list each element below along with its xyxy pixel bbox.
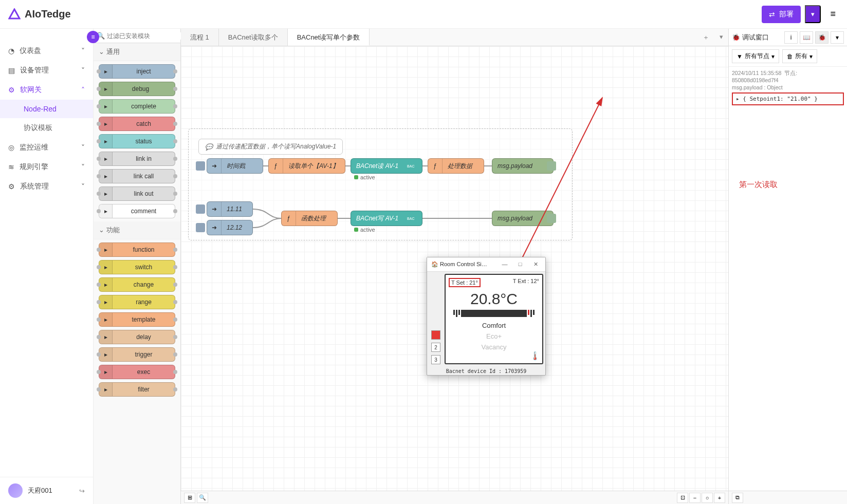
palette-category[interactable]: 通用 [94,43,180,61]
sim-button-3[interactable]: 3 [431,355,440,364]
sidebar-sub-协议模板[interactable]: 协议模板 [0,118,93,138]
more-tab-button[interactable]: ▾ [831,31,844,44]
chevron-icon: ˅ [81,163,85,171]
palette-node-template[interactable]: ▸template [99,312,175,327]
inject-button[interactable] [196,223,205,232]
search-footer-button[interactable]: 🔍 [197,493,208,503]
debug-popout-button[interactable]: ⧉ [732,493,743,503]
settings-icon: ⚙ [8,182,15,191]
palette-node-link-in[interactable]: ▸link in [99,152,175,166]
deploy-dropdown[interactable]: ▾ [805,5,821,23]
msg-payload[interactable]: ▸ { Setpoint1: "21.00" } [732,92,844,105]
palette-node-range[interactable]: ▸range [99,295,175,309]
tab-list-button[interactable]: ▾ [714,29,728,46]
sidebar-sub-Node-Red[interactable]: Node-Red [0,100,93,118]
palette-node-complete[interactable]: ▸complete [99,99,175,114]
sidebar-item-规则引擎[interactable]: ≋规则引擎˅ [0,157,93,177]
palette-node-change[interactable]: ▸change [99,277,175,292]
palette-node-function[interactable]: ▸function [99,242,175,257]
flow-tab-1[interactable]: BACnet读取多个 [219,29,288,46]
inject-node-1111[interactable]: ➜ 11.11 [207,201,253,217]
logout-icon[interactable]: ↪ [79,487,85,495]
inject-button[interactable] [196,204,205,214]
simulator-window[interactable]: 🏠 Room Control Si… — □ ✕ 2 3 [427,257,546,376]
comment-node[interactable]: 💬 通过传递配置数据，单个读写AnalogValue-1 [198,139,343,155]
bacnet-write-node[interactable]: BACnet写 AV-1 BAC active [351,211,422,226]
palette-node-link-call[interactable]: ▸link call [99,169,175,183]
hamburger-menu[interactable]: ≡ [827,6,839,23]
node-label: msg.payload [492,215,538,222]
palette-node-exec[interactable]: ▸exec [99,365,175,379]
debug-toggle[interactable] [547,161,556,171]
palette-node-catch[interactable]: ▸catch [99,117,175,131]
chevron-icon: ˅ [81,47,85,55]
palette-node-delay[interactable]: ▸delay [99,330,175,344]
palette-node-comment[interactable]: ▸comment [99,204,175,218]
sim-button-2[interactable]: 2 [431,343,440,352]
chevron-icon: ˄ [81,86,85,94]
debug-node-1[interactable]: msg.payload [492,158,554,174]
palette-node-debug[interactable]: ▸debug [99,82,175,96]
chevron-icon: ˅ [81,66,85,74]
arrow-icon: ➜ [207,159,222,173]
app-sidebar: ≡ ◔仪表盘˅▤设备管理˅⚙软网关˄Node-Red协议模板◎监控运维˅≋规则引… [0,29,94,504]
node-icon: ▸ [99,260,113,274]
arrow-icon: ➜ [207,220,222,235]
sidebar-item-监控运维[interactable]: ◎监控运维˅ [0,138,93,157]
sidebar-item-设备管理[interactable]: ▤设备管理˅ [0,61,93,80]
sidebar-item-软网关[interactable]: ⚙软网关˄ [0,80,93,100]
palette-category[interactable]: 功能 [94,221,180,239]
inject-node-1212[interactable]: ➜ 12.12 [207,220,253,235]
sidebar-item-系统管理[interactable]: ⚙系统管理˅ [0,177,93,196]
function-icon: ƒ [428,159,443,173]
breadcrumb-button[interactable]: ⊞ [184,493,195,503]
filter-nodes-button[interactable]: ▼所有节点 ▾ [732,49,779,63]
msg-topic: msg.payload : Object [732,84,844,90]
gauge-icon: ◔ [8,47,14,55]
flow-workspace: 流程 1BACnet读取多个BACnet读写单个参数 ＋ ▾ 💬 通过传递配置数… [181,29,729,504]
palette-node-inject[interactable]: ▸inject [99,64,175,79]
zoom-out-button[interactable]: − [689,493,701,503]
node-label: 处理数据 [443,162,477,171]
sidebar-item-仪表盘[interactable]: ◔仪表盘˅ [0,41,93,61]
function-node-func[interactable]: ƒ 函数处理 [281,211,338,226]
help-tab-button[interactable]: 📖 [800,31,813,44]
palette-node-trigger[interactable]: ▸trigger [99,347,175,362]
debug-tab-button[interactable]: 🐞 [815,31,828,44]
brand-text: AIoTedge [25,8,71,20]
palette-node-link-out[interactable]: ▸link out [99,186,175,201]
avatar[interactable] [8,483,23,498]
deploy-button[interactable]: ⇄ 部署 [762,6,801,23]
flow-canvas[interactable]: 💬 通过传递配置数据，单个读写AnalogValue-1 ➜ 时间戳 ƒ 读取单… [181,46,728,491]
inject-button[interactable] [196,161,205,171]
flow-tab-0[interactable]: 流程 1 [181,29,219,46]
clear-button[interactable]: 🗑所有 ▾ [782,49,817,63]
zoom-in-button[interactable]: + [714,493,725,503]
monitor-icon: ◎ [8,143,14,152]
palette-node-status[interactable]: ▸status [99,134,175,148]
function-icon: ƒ [269,159,283,173]
debug-toggle[interactable] [547,214,556,223]
brand: AIoTedge [8,8,71,21]
gateway-icon: ⚙ [8,86,15,94]
palette-node-switch[interactable]: ▸switch [99,260,175,274]
info-tab-button[interactable]: i [784,31,798,44]
maximize-button[interactable]: □ [512,261,528,268]
palette-search-input[interactable] [107,32,184,40]
inject-node-timestamp[interactable]: ➜ 时间戳 [207,158,263,174]
node-label: 时间戳 [222,162,250,171]
function-node-process[interactable]: ƒ 处理数据 [428,158,484,174]
function-node-read-single[interactable]: ƒ 读取单个【AV-1】 [268,158,345,174]
bacnet-read-node[interactable]: BACnet读 AV-1 BAC active [351,158,422,174]
nav-button[interactable]: ⊡ [677,493,688,503]
sidebar-toggle-icon[interactable]: ≡ [87,31,99,43]
flow-tab-2[interactable]: BACnet读写单个参数 [288,29,370,46]
minimize-button[interactable]: — [497,261,512,268]
sim-button-red[interactable] [431,330,440,340]
deploy-icon: ⇄ [769,10,775,18]
tab-add-button[interactable]: ＋ [697,29,714,46]
zoom-reset-button[interactable]: ○ [702,493,713,503]
close-button[interactable]: ✕ [528,261,543,268]
palette-node-filter[interactable]: ▸filter [99,382,175,397]
debug-node-2[interactable]: msg.payload [492,211,554,226]
